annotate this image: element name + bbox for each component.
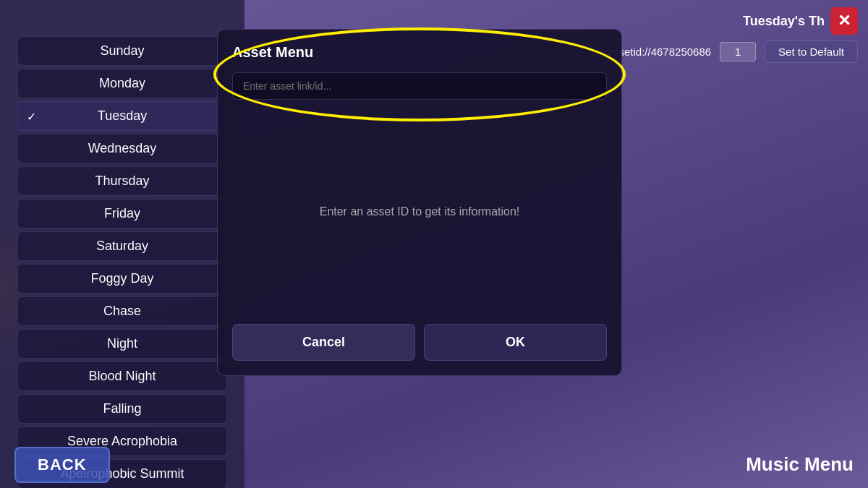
sidebar-item-chase[interactable]: Chase [17, 296, 227, 326]
sidebar-item-label: Thursday [95, 174, 149, 188]
sidebar-item-saturday[interactable]: Saturday [17, 231, 227, 261]
sidebar-item-monday[interactable]: Monday [17, 69, 227, 98]
ok-button[interactable]: OK [424, 324, 607, 361]
sidebar-item-thursday[interactable]: Thursday [17, 166, 227, 196]
sidebar-item-blood-night[interactable]: Blood Night [17, 361, 227, 391]
sidebar-item-label: Night [107, 336, 137, 351]
asset-menu-dialog: Asset Menu Enter an asset ID to get its … [217, 29, 622, 376]
top-bar-row1: Tuesday's Th ✕ [743, 7, 858, 35]
sidebar-item-label: Friday [104, 206, 140, 221]
sidebar-item-sunday[interactable]: Sunday [17, 36, 227, 66]
bottom-bar: BACK Music Menu [0, 441, 868, 488]
sidebar-item-falling[interactable]: Falling [17, 394, 227, 424]
sidebar-item-label: Blood Night [88, 369, 156, 383]
set-default-button[interactable]: Set to Default [765, 40, 858, 63]
sidebar-item-wednesday[interactable]: Wednesday [17, 134, 227, 163]
sidebar: SundayMonday✓TuesdayWednesdayThursdayFri… [0, 0, 244, 488]
sidebar-item-label: Foggy Day [90, 271, 153, 286]
checkmark-icon: ✓ [27, 109, 36, 123]
close-button[interactable]: ✕ [830, 7, 858, 35]
quantity-input[interactable] [720, 42, 756, 61]
sidebar-item-friday[interactable]: Friday [17, 199, 227, 228]
top-bar-row2: rbxassetid://4678250686 Set to Default [592, 40, 858, 63]
sidebar-item-foggy-day[interactable]: Foggy Day [17, 264, 227, 294]
sidebar-item-label: Monday [99, 76, 145, 90]
sidebar-item-label: Chase [103, 304, 141, 318]
sidebar-item-label: Saturday [96, 239, 148, 253]
sidebar-item-label: Tuesday [98, 108, 147, 123]
dialog-body: Enter an asset ID to get its information… [232, 100, 607, 324]
window-title: Tuesday's Th [743, 14, 825, 29]
sidebar-item-label: Falling [103, 401, 141, 416]
sidebar-item-label: Sunday [100, 43, 144, 58]
sidebar-item-tuesday[interactable]: ✓Tuesday [17, 101, 227, 131]
music-menu-label: Music Menu [746, 453, 854, 476]
sidebar-item-label: Wednesday [88, 141, 157, 155]
sidebar-item-night[interactable]: Night [17, 329, 227, 359]
asset-link-input[interactable] [232, 72, 607, 100]
dialog-title: Asset Menu [232, 44, 607, 61]
dialog-hint: Enter an asset ID to get its information… [320, 205, 520, 218]
back-button[interactable]: BACK [14, 447, 110, 483]
dialog-footer: Cancel OK [232, 324, 607, 361]
cancel-button[interactable]: Cancel [232, 324, 415, 361]
